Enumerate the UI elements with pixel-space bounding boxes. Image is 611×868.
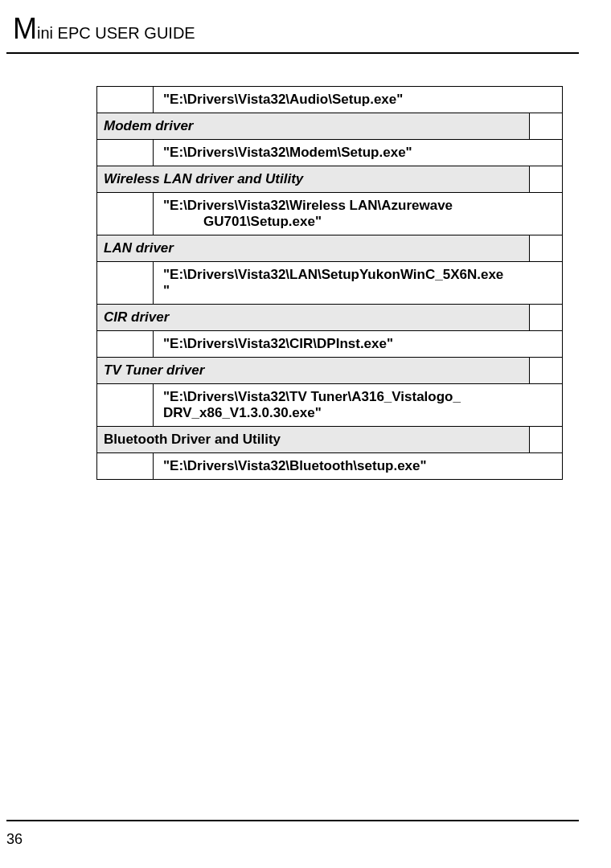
path-cell: "E:\Drivers\Vista32\LAN\SetupYukonWinC_5… <box>154 262 563 305</box>
category-cell: TV Tuner driver <box>97 358 530 384</box>
page-number: 36 <box>6 831 23 848</box>
content-area: "E:\Drivers\Vista32\Audio\Setup.exe" Mod… <box>0 54 611 480</box>
indent-cell <box>97 262 154 305</box>
indent-cell <box>97 140 154 166</box>
footer-line <box>6 820 579 821</box>
table-row: "E:\Drivers\Vista32\Wireless LAN\Azurewa… <box>97 193 563 235</box>
header-title-prefix: M <box>13 12 37 45</box>
path-line1: "E:\Drivers\Vista32\Wireless LAN\Azurewa… <box>163 198 453 213</box>
empty-cell <box>530 235 563 262</box>
path-line2: DRV_x86_V1.3.0.30.exe" <box>163 405 322 420</box>
indent-cell <box>97 384 154 427</box>
table-row: Wireless LAN driver and Utility <box>97 166 563 193</box>
path-line1: "E:\Drivers\Vista32\LAN\SetupYukonWinC_5… <box>163 267 503 282</box>
table-row: "E:\Drivers\Vista32\Audio\Setup.exe" <box>97 87 563 113</box>
header-title: Mini EPC USER GUIDE <box>13 24 195 42</box>
category-cell: Bluetooth Driver and Utility <box>97 427 530 453</box>
indent-cell <box>97 193 154 235</box>
driver-table: "E:\Drivers\Vista32\Audio\Setup.exe" Mod… <box>96 86 563 480</box>
indent-cell <box>97 87 154 113</box>
category-cell: LAN driver <box>97 235 530 262</box>
table-row: TV Tuner driver <box>97 358 563 384</box>
category-cell: CIR driver <box>97 305 530 331</box>
path-line1: "E:\Drivers\Vista32\TV Tuner\A316_Vistal… <box>163 389 461 404</box>
table-row: "E:\Drivers\Vista32\CIR\DPInst.exe" <box>97 331 563 358</box>
table-row: Bluetooth Driver and Utility <box>97 427 563 453</box>
empty-cell <box>530 166 563 193</box>
path-cell: "E:\Drivers\Vista32\Modem\Setup.exe" <box>154 140 563 166</box>
path-line2: GU701\Setup.exe" <box>163 214 556 230</box>
path-cell: "E:\Drivers\Vista32\TV Tuner\A316_Vistal… <box>154 384 563 427</box>
table-row: Modem driver <box>97 113 563 140</box>
table-row: "E:\Drivers\Vista32\Bluetooth\setup.exe" <box>97 453 563 480</box>
indent-cell <box>97 331 154 358</box>
table-row: CIR driver <box>97 305 563 331</box>
path-cell: "E:\Drivers\Vista32\Wireless LAN\Azurewa… <box>154 193 563 235</box>
path-cell: "E:\Drivers\Vista32\Bluetooth\setup.exe" <box>154 453 563 480</box>
path-cell: "E:\Drivers\Vista32\CIR\DPInst.exe" <box>154 331 563 358</box>
category-cell: Wireless LAN driver and Utility <box>97 166 530 193</box>
header-title-rest: ini EPC USER GUIDE <box>37 24 195 42</box>
page-header: Mini EPC USER GUIDE <box>6 0 579 54</box>
indent-cell <box>97 453 154 480</box>
table-row: "E:\Drivers\Vista32\TV Tuner\A316_Vistal… <box>97 384 563 427</box>
table-row: "E:\Drivers\Vista32\LAN\SetupYukonWinC_5… <box>97 262 563 305</box>
path-cell: "E:\Drivers\Vista32\Audio\Setup.exe" <box>154 87 563 113</box>
path-line2: " <box>163 283 170 298</box>
empty-cell <box>530 113 563 140</box>
empty-cell <box>530 358 563 384</box>
table-row: LAN driver <box>97 235 563 262</box>
empty-cell <box>530 305 563 331</box>
empty-cell <box>530 427 563 453</box>
table-row: "E:\Drivers\Vista32\Modem\Setup.exe" <box>97 140 563 166</box>
category-cell: Modem driver <box>97 113 530 140</box>
